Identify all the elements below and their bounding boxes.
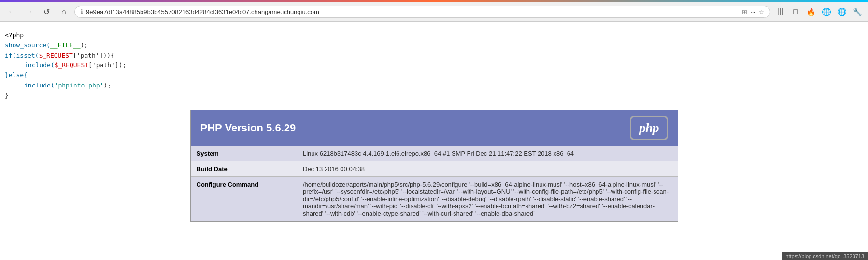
code-line-2: show_source(__FILE__); bbox=[5, 41, 863, 51]
globe-icon[interactable]: 🌐 bbox=[821, 6, 832, 17]
include-close: ); bbox=[103, 82, 111, 89]
forward-button[interactable]: → bbox=[22, 5, 36, 18]
back-button[interactable]: ← bbox=[5, 5, 18, 18]
toolbar-right: ||| □ 🔥 🌐 🌐 🔧 bbox=[774, 6, 863, 17]
flame-icon[interactable]: 🔥 bbox=[805, 6, 817, 17]
code-line-3: if(isset($_REQUEST['path'])){ bbox=[5, 51, 863, 61]
include-func-1: include( bbox=[24, 61, 55, 69]
code-block: <?php show_source(__FILE__); if(isset($_… bbox=[0, 27, 868, 105]
phpinfo-header: PHP Version 5.6.29 php bbox=[191, 110, 678, 146]
code-line-7: } bbox=[5, 91, 863, 101]
phpinfo-title: PHP Version 5.6.29 bbox=[200, 122, 296, 134]
configure-label: Configure Command bbox=[191, 176, 297, 221]
show-source-func: show_source( bbox=[5, 42, 50, 49]
else-keyword: }else{ bbox=[5, 72, 28, 79]
phpinfo-path: 'phpinfo.php' bbox=[55, 82, 104, 89]
reload-button[interactable]: ↺ bbox=[40, 5, 53, 18]
browser-toolbar: ← → ↺ ⌂ ℹ 9e9ea7df13a44885b9b3b455708216… bbox=[0, 2, 868, 21]
php-logo: php bbox=[630, 116, 668, 140]
system-label: System bbox=[191, 146, 297, 161]
show-source-close: ); bbox=[81, 42, 88, 49]
address-bar[interactable]: ℹ 9e9ea7df13a44885b9b3b4557082163d4284cf… bbox=[74, 6, 770, 18]
request-var-2: $_REQUEST bbox=[55, 61, 88, 69]
path-key-1: ['path'])){ bbox=[73, 52, 114, 59]
php-open-tag: <?php bbox=[5, 31, 24, 39]
build-date-label: Build Date bbox=[191, 161, 297, 176]
browser-chrome: ← → ↺ ⌂ ℹ 9e9ea7df13a44885b9b3b455708216… bbox=[0, 2, 868, 22]
closing-brace: } bbox=[5, 92, 9, 99]
system-value: Linux 6218b317483c 4.4.169-1.el6.elrepo.… bbox=[297, 146, 678, 161]
globe2-icon[interactable]: 🌐 bbox=[836, 6, 848, 17]
table-row: Build Date Dec 13 2016 00:04:38 bbox=[191, 161, 678, 176]
code-line-4: include($_REQUEST['path']); bbox=[5, 60, 863, 71]
if-isset: if(isset( bbox=[5, 52, 39, 59]
dots-menu[interactable]: ··· bbox=[750, 8, 755, 15]
build-date-value: Dec 13 2016 00:04:38 bbox=[297, 161, 678, 176]
configure-value: /home/buildozer/aports/main/php5/src/php… bbox=[297, 176, 678, 221]
phpinfo-wrapper: PHP Version 5.6.29 php System Linux 6218… bbox=[190, 110, 678, 222]
table-row: System Linux 6218b317483c 4.4.169-1.el6.… bbox=[191, 146, 678, 161]
code-line-5: }else{ bbox=[5, 71, 863, 81]
reading-list-icon[interactable]: ||| bbox=[774, 6, 786, 17]
file-const: __FILE__ bbox=[50, 42, 81, 49]
request-var-1: $_REQUEST bbox=[39, 52, 72, 59]
include-func-2: include( bbox=[24, 82, 55, 89]
code-line-6: include('phpinfo.php'); bbox=[5, 81, 863, 91]
info-icon: ℹ bbox=[81, 8, 83, 15]
url-text: 9e9ea7df13a44885b9b3b4557082163d4284cf36… bbox=[86, 8, 739, 15]
qr-icon[interactable]: ⊞ bbox=[742, 8, 747, 15]
extensions-icon[interactable]: 🔧 bbox=[852, 6, 863, 17]
home-button[interactable]: ⌂ bbox=[57, 5, 71, 18]
tab-overview-icon[interactable]: □ bbox=[790, 6, 801, 17]
phpinfo-table: System Linux 6218b317483c 4.4.169-1.el6.… bbox=[191, 146, 678, 221]
bookmark-icon[interactable]: ☆ bbox=[758, 8, 764, 15]
code-line-1: <?php bbox=[5, 30, 863, 41]
page-content: <?php show_source(__FILE__); if(isset($_… bbox=[0, 22, 868, 231]
path-key-2: ['path']); bbox=[88, 61, 126, 69]
table-row: Configure Command /home/buildozer/aports… bbox=[191, 176, 678, 221]
